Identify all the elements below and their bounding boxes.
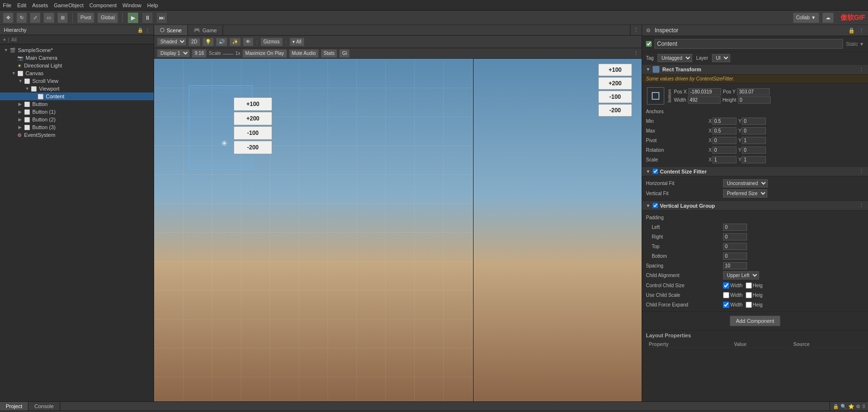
height-field[interactable] xyxy=(738,96,771,104)
toolbar-transform-rect[interactable]: ▭ xyxy=(43,13,54,23)
child-alignment-dropdown[interactable]: Upper Left xyxy=(723,271,759,279)
scene-panel-menu[interactable]: ⋮ xyxy=(633,27,639,33)
spacing-field[interactable] xyxy=(723,262,747,269)
menu-file[interactable]: File xyxy=(3,2,12,8)
bottom-tab-project[interactable]: Project xyxy=(0,402,28,411)
pos-x-field[interactable] xyxy=(688,88,721,95)
menu-help[interactable]: Help xyxy=(147,2,158,8)
layer-dropdown[interactable]: UI xyxy=(712,54,730,62)
padding-bottom-field[interactable] xyxy=(723,253,747,260)
control-width-checkbox[interactable] xyxy=(723,282,729,289)
anchor-max-y[interactable] xyxy=(742,127,766,134)
scene-gizmos[interactable]: Gizmos xyxy=(261,38,283,46)
tag-dropdown[interactable]: Untagged xyxy=(658,54,692,62)
game-display-dropdown[interactable]: Display 1 xyxy=(157,49,190,57)
toolbar-collab[interactable]: Collab ▼ xyxy=(793,13,819,23)
game-gi[interactable]: Gi xyxy=(339,49,350,58)
toolbar-play[interactable]: ▶ xyxy=(127,12,139,24)
rect-transform-menu[interactable]: ⋮ xyxy=(859,66,864,73)
toolbar-transform-rotate[interactable]: ↻ xyxy=(16,13,27,23)
pivot-x[interactable] xyxy=(712,137,736,144)
bottom-star[interactable]: ⭐ xyxy=(848,404,854,409)
tree-item-viewport[interactable]: ▼ ⬜ Viewport xyxy=(0,85,154,93)
bottom-lock[interactable]: 🔒 xyxy=(833,404,839,409)
game-maximize[interactable]: Maximize On Play xyxy=(242,49,287,58)
game-btn-plus200[interactable]: +200 xyxy=(598,77,632,90)
pos-y-field[interactable] xyxy=(737,88,770,95)
tree-item-button2[interactable]: ▶ ⬜ Button (2) xyxy=(0,116,154,123)
menu-window[interactable]: Window xyxy=(122,2,141,8)
inspector-lock[interactable]: 🔒 xyxy=(848,27,855,34)
toolbar-transform-scale[interactable]: ⤢ xyxy=(30,13,40,23)
csf-menu[interactable]: ⋮ xyxy=(859,168,864,174)
tab-scene[interactable]: ⬡ Scene xyxy=(154,25,188,35)
use-scale-width-checkbox[interactable] xyxy=(723,292,729,298)
csf-checkbox[interactable] xyxy=(653,169,658,174)
shading-dropdown[interactable]: Shaded xyxy=(157,38,186,46)
scene-2d-toggle[interactable]: 2D xyxy=(188,38,200,46)
game-btn-minus100[interactable]: -100 xyxy=(598,91,632,103)
hierarchy-add[interactable]: + xyxy=(3,37,6,42)
hierarchy-menu[interactable]: ⋮ xyxy=(145,27,150,33)
toolbar-global[interactable]: Global xyxy=(97,13,118,23)
vlg-checkbox[interactable] xyxy=(653,203,658,208)
tree-item-eventsystem[interactable]: ▶ ⚙ EventSystem xyxy=(0,131,154,139)
tree-item-canvas[interactable]: ▼ ⬜ Canvas xyxy=(0,69,154,77)
toolbar-transform-multi[interactable]: ⊞ xyxy=(57,13,68,23)
game-ratio[interactable]: 9:16 xyxy=(192,49,207,58)
pivot-y[interactable] xyxy=(742,137,766,144)
scene-btn-plus200[interactable]: +200 xyxy=(234,112,272,125)
rot-x[interactable] xyxy=(712,146,736,154)
add-component-button[interactable]: Add Component xyxy=(730,316,781,326)
scene-audio[interactable]: 🔊 xyxy=(216,38,227,46)
game-btn-minus200[interactable]: -200 xyxy=(598,104,632,117)
toolbar-step[interactable]: ⏭ xyxy=(156,12,168,24)
tab-game[interactable]: 🎮 Game xyxy=(188,25,223,35)
rot-y[interactable] xyxy=(742,146,766,154)
force-expand-height-checkbox[interactable] xyxy=(746,302,752,308)
horizontal-fit-dropdown[interactable]: Unconstrained xyxy=(723,179,768,187)
tree-item-button1[interactable]: ▶ ⬜ Button (1) xyxy=(0,108,154,116)
bottom-settings[interactable]: ⚙ xyxy=(856,404,860,409)
scene-btn-minus200[interactable]: -200 xyxy=(234,141,272,154)
bottom-search[interactable]: 🔍 xyxy=(841,404,846,409)
rect-anchor-visual[interactable] xyxy=(647,87,664,105)
scene-btn-plus100[interactable]: +100 xyxy=(234,97,272,111)
tree-item-content[interactable]: ▶ ⬜ Content xyxy=(0,93,154,100)
menu-component[interactable]: Component xyxy=(89,2,117,8)
scene-fx[interactable]: ✨ xyxy=(229,38,241,46)
bottom-tab-console[interactable]: Console xyxy=(28,402,60,411)
scene-hidden[interactable]: 👁 xyxy=(243,38,253,46)
toolbar-pivot[interactable]: Pivot xyxy=(77,13,94,23)
game-mute[interactable]: Mute Audio xyxy=(289,49,319,58)
menu-gameobject[interactable]: GameObject xyxy=(54,2,84,8)
anchor-max-x[interactable] xyxy=(712,127,736,134)
vertical-fit-dropdown[interactable]: Preferred Size xyxy=(723,189,767,198)
tree-item-maincamera[interactable]: ▶ 📷 Main Camera xyxy=(0,54,154,62)
tree-item-button3[interactable]: ▶ ⬜ Button (3) xyxy=(0,123,154,131)
game-menu[interactable]: ⋮ xyxy=(633,50,639,56)
component-name-field[interactable] xyxy=(655,39,843,49)
vlg-menu[interactable]: ⋮ xyxy=(859,202,864,209)
toolbar-pause[interactable]: ⏸ xyxy=(142,12,153,24)
padding-left-field[interactable] xyxy=(723,224,747,231)
toolbar-transform-move[interactable]: ✥ xyxy=(3,13,13,23)
inspector-menu[interactable]: ⋮ xyxy=(859,27,864,34)
scale-x[interactable] xyxy=(712,156,736,163)
anchor-min-x[interactable] xyxy=(712,118,736,125)
anchor-min-y[interactable] xyxy=(742,118,766,125)
tree-item-directionallight[interactable]: ▶ ☀ Directional Light xyxy=(0,62,154,69)
menu-assets[interactable]: Assets xyxy=(32,2,48,8)
menu-edit[interactable]: Edit xyxy=(17,2,26,8)
vlg-header[interactable]: ▼ Vertical Layout Group ⋮ xyxy=(642,201,868,211)
scene-lights[interactable]: 💡 xyxy=(202,38,214,46)
padding-top-field[interactable] xyxy=(723,243,747,250)
scene-all[interactable]: ▾ All xyxy=(289,38,304,46)
width-field[interactable] xyxy=(688,96,721,104)
game-stats[interactable]: Stats xyxy=(321,49,338,58)
tree-item-samplescene[interactable]: ▼ 🎬 SampleScene* xyxy=(0,46,154,54)
scale-y[interactable] xyxy=(742,156,766,163)
content-size-fitter-header[interactable]: ▼ Content Size Fitter ⋮ xyxy=(642,167,868,176)
tree-item-button[interactable]: ▶ ⬜ Button xyxy=(0,100,154,108)
rect-transform-header[interactable]: ▼ Rect Transform ⋮ xyxy=(642,65,868,75)
